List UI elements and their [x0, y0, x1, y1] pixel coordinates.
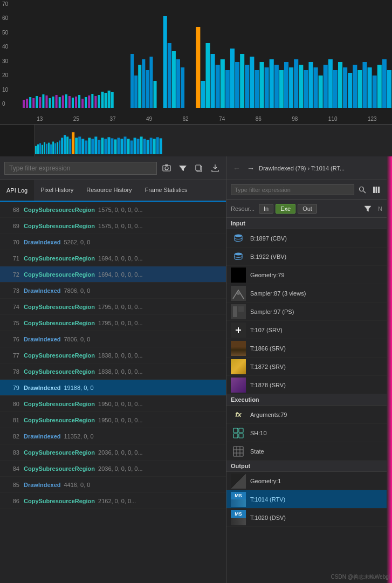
list-item[interactable]: Sampler:87 (3 views) — [226, 284, 387, 303]
table-row[interactable]: 69 CopySubresourceRegion 1575, 0, 0, 0, … — [0, 218, 226, 234]
table-row[interactable]: 81 CopySubresourceRegion 1950, 0, 0, 0, … — [0, 412, 226, 428]
svg-rect-56 — [274, 65, 279, 108]
svg-rect-17 — [78, 95, 80, 108]
table-row[interactable]: 80 CopySubresourceRegion 1950, 0, 0, 0, … — [0, 396, 226, 412]
tab-resource-history[interactable]: Resource History — [80, 180, 138, 202]
table-row[interactable]: 75 CopySubresourceRegion 1795, 0, 0, 0, … — [0, 315, 226, 331]
svg-rect-88 — [52, 142, 54, 154]
table-row[interactable]: 84 CopySubresourceRegion 2036, 0, 0, 0, … — [0, 461, 226, 477]
tab-exe[interactable]: Exe — [276, 204, 295, 214]
breadcrumb: DrawIndexed (79) › T:1014 (RT... — [259, 165, 345, 172]
capture-icon[interactable] — [160, 162, 173, 175]
list-item[interactable]: MS T:1014 (RTV) — [226, 490, 387, 509]
table-row[interactable]: 68 CopySubresourceRegion 1575, 0, 0, 0, … — [0, 202, 226, 218]
resource-name: T:1872 (SRV) — [250, 363, 382, 370]
tab-frame-statistics[interactable]: Frame Statistics — [139, 180, 194, 202]
svg-rect-71 — [348, 73, 352, 108]
list-item[interactable]: B:1922 (VBV) — [226, 248, 387, 266]
svg-rect-30 — [138, 65, 141, 108]
svg-rect-18 — [81, 99, 84, 108]
mini-chart-svg — [35, 127, 392, 154]
svg-rect-8 — [49, 98, 51, 108]
table-row[interactable]: 83 CopySubresourceRegion 2036, 0, 0, 0, … — [0, 444, 226, 461]
svg-rect-121 — [153, 139, 156, 154]
tab-out[interactable]: Out — [298, 204, 317, 214]
list-item[interactable]: Geometry:1 — [226, 472, 387, 490]
sampler-icon — [231, 286, 246, 301]
filter-icon[interactable] — [176, 162, 189, 175]
list-item[interactable]: B:1897 (CBV) — [226, 229, 387, 248]
svg-rect-5 — [39, 97, 41, 108]
svg-rect-145 — [233, 447, 243, 456]
list-item[interactable]: T:1872 (SRV) — [226, 358, 387, 376]
resource-col-label: Resour... — [231, 205, 255, 212]
table-row[interactable]: 86 CopySubresourceRegion 2162, 0, 0, 0..… — [0, 493, 226, 509]
state-icon — [231, 444, 246, 459]
svg-rect-94 — [66, 136, 68, 154]
section-input: Input — [226, 218, 387, 229]
table-row[interactable]: 74 CopySubresourceRegion 1795, 0, 0, 0, … — [0, 299, 226, 315]
right-header: ← → DrawIndexed (79) › T:1014 (RT... — [226, 156, 387, 180]
svg-rect-34 — [153, 81, 156, 108]
columns-icon[interactable] — [370, 184, 382, 196]
svg-rect-10 — [56, 95, 58, 108]
svg-rect-67 — [328, 59, 333, 108]
list-item[interactable]: MS T:1020 (DSV) — [226, 509, 387, 527]
svg-rect-64 — [314, 67, 318, 108]
svg-rect-142 — [239, 428, 243, 433]
table-row[interactable]: 77 CopySubresourceRegion 1838, 0, 0, 0, … — [0, 347, 226, 363]
tab-pixel-history[interactable]: Pixel History — [34, 180, 80, 202]
table-row[interactable]: 70 DrawIndexed 5262, 0, 0 — [0, 234, 226, 250]
svg-rect-44 — [216, 65, 220, 108]
list-item[interactable]: T:1866 (SRV) — [226, 339, 387, 358]
geometry-icon — [231, 268, 246, 283]
resource-name: T:1014 (RTV) — [250, 496, 382, 503]
list-item[interactable]: fx Arguments:79 — [226, 406, 387, 424]
filter-input[interactable] — [4, 162, 157, 175]
list-item[interactable]: T:107 (SRV) — [226, 321, 387, 339]
export-icon[interactable] — [209, 162, 222, 175]
table-row[interactable]: 71 CopySubresourceRegion 1694, 0, 0, 0, … — [0, 250, 226, 266]
resource-name: Sampler:87 (3 views) — [250, 290, 382, 297]
svg-rect-104 — [98, 140, 100, 154]
svg-rect-4 — [36, 96, 38, 108]
forward-button[interactable]: → — [245, 162, 257, 174]
table-row[interactable]: 85 DrawIndexed 4416, 0, 0 — [0, 477, 226, 493]
right-filter-input[interactable] — [231, 184, 354, 195]
svg-rect-6 — [42, 94, 44, 108]
svg-rect-26 — [108, 91, 111, 108]
list-item[interactable]: State — [226, 442, 387, 461]
table-row[interactable]: 82 DrawIndexed 11352, 0, 0 — [0, 428, 226, 444]
copy-icon[interactable] — [192, 162, 205, 175]
table-row[interactable]: 78 CopySubresourceRegion 1838, 0, 0, 0, … — [0, 363, 226, 380]
svg-rect-111 — [120, 139, 123, 154]
tab-in[interactable]: In — [259, 204, 273, 214]
table-row[interactable]: 72 CopySubresourceRegion 1694, 0, 0, 0, … — [0, 266, 226, 283]
svg-rect-141 — [233, 428, 238, 433]
list-item[interactable]: Sampler:97 (PS) — [226, 303, 387, 321]
svg-rect-81 — [37, 145, 39, 154]
svg-rect-15 — [72, 98, 74, 108]
svg-rect-110 — [117, 138, 120, 154]
api-log-list[interactable]: 68 CopySubresourceRegion 1575, 0, 0, 0, … — [0, 202, 226, 583]
svg-rect-100 — [85, 141, 87, 155]
back-button[interactable]: ← — [231, 162, 243, 174]
svg-rect-83 — [42, 145, 43, 154]
svg-rect-50 — [245, 65, 249, 108]
table-row[interactable]: 79 DrawIndexed 19188, 0, 0 — [0, 380, 226, 396]
table-row[interactable]: 73 DrawIndexed 7806, 0, 0 — [0, 283, 226, 299]
svg-rect-51 — [250, 57, 254, 108]
search-icon[interactable] — [356, 184, 368, 196]
resource-list[interactable]: Input B:1897 (CBV) — [226, 218, 387, 583]
svg-rect-98 — [78, 136, 81, 154]
svg-rect-108 — [111, 138, 113, 154]
list-item[interactable]: Geometry:79 — [226, 266, 387, 284]
svg-rect-52 — [255, 70, 259, 108]
list-item[interactable]: SH:10 — [226, 424, 387, 442]
svg-rect-28 — [130, 54, 134, 108]
svg-rect-61 — [299, 65, 303, 108]
tab-api-log[interactable]: API Log — [0, 180, 34, 202]
filter-toggle-icon[interactable] — [362, 203, 374, 215]
list-item[interactable]: T:1878 (SRV) — [226, 376, 387, 394]
table-row[interactable]: 76 DrawIndexed 7806, 0, 0 — [0, 331, 226, 347]
